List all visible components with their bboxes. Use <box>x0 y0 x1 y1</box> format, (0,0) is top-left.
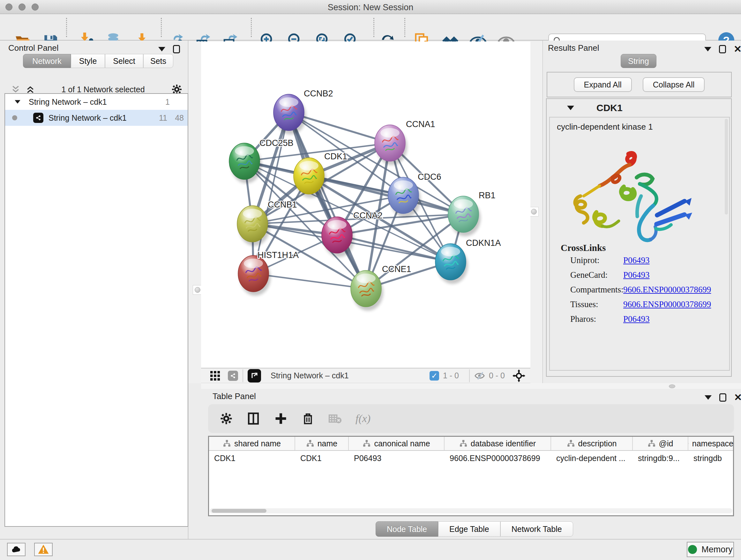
node-HIST1H1A[interactable]: HIST1H1A <box>238 250 299 296</box>
fit-content-crosshair-icon[interactable] <box>513 369 525 382</box>
network-canvas[interactable]: CCNB2CCNA1CDC25BCDK1CDC6RB1CCNB1CCNA2CDK… <box>201 42 530 368</box>
column-header-shared-name[interactable]: shared name <box>209 437 295 450</box>
section-expander-icon[interactable] <box>567 106 574 110</box>
network-view-toolbar: String Network – cdk1 ✓ 1 - 0 0 - 0 <box>201 368 530 383</box>
tab-sets[interactable]: Sets <box>143 54 173 68</box>
expand-all-button[interactable]: Expand All <box>574 77 632 92</box>
column-header-name[interactable]: name <box>295 437 349 450</box>
tree-expander-icon[interactable] <box>15 100 20 104</box>
panel-close-icon[interactable]: ✕ <box>734 45 741 53</box>
crosslinks-title: CrossLinks <box>561 243 606 253</box>
network-tree: String Network – cdk1 1 String Network –… <box>4 93 188 527</box>
node-RB1[interactable]: RB1 <box>448 191 495 236</box>
network-row-selected[interactable]: String Network – cdk1 11 48 <box>5 110 188 126</box>
collection-count: 1 <box>165 98 170 107</box>
table-cell[interactable]: CDK1 <box>295 451 349 465</box>
node-CCNB2[interactable]: CCNB2 <box>273 89 333 134</box>
crosslink-row: Compartments:9606.ENSP00000378699 <box>570 285 711 295</box>
tab-network-table[interactable]: Network Table <box>500 521 573 537</box>
delete-column-trash-icon[interactable] <box>301 412 315 425</box>
node-label-CCNA1: CCNA1 <box>406 119 435 129</box>
main-toolbar: ? <box>0 14 741 41</box>
table-cell[interactable]: P06493 <box>349 451 445 465</box>
open-in-window-button[interactable] <box>248 369 261 382</box>
horizontal-scrollbar[interactable] <box>210 508 732 513</box>
warning-status-button[interactable] <box>34 543 53 556</box>
panel-float-icon[interactable] <box>719 45 726 53</box>
network-graph[interactable]: CCNB2CCNA1CDC25BCDK1CDC6RB1CCNB1CCNA2CDK… <box>201 42 530 368</box>
crosslink-link[interactable]: P06493 <box>623 314 650 324</box>
tab-network[interactable]: Network <box>23 54 71 68</box>
results-panel-title: Results Panel <box>548 43 599 53</box>
right-panel-divider[interactable] <box>530 42 542 383</box>
column-header-canonical-name[interactable]: canonical name <box>349 437 445 450</box>
node-label-CDK1: CDK1 <box>324 152 347 161</box>
toolbar-separator <box>161 18 162 37</box>
edge-count: 48 <box>175 113 184 123</box>
column-header-description[interactable]: description <box>551 437 633 450</box>
node-CDKN1A[interactable]: CDKN1A <box>435 238 501 284</box>
selected-checkbox-icon[interactable]: ✓ <box>429 371 439 381</box>
table-cell[interactable]: 9606.ENSP00000378699 <box>445 451 551 465</box>
tab-node-table[interactable]: Node Table <box>376 521 438 537</box>
network-share-icon[interactable] <box>228 371 238 381</box>
tab-style[interactable]: Style <box>71 54 105 68</box>
table-cell[interactable]: cyclin-dependent ... <box>551 451 633 465</box>
toolbar-separator <box>374 18 374 37</box>
memory-button[interactable]: Memory <box>687 542 734 557</box>
tab-edge-table[interactable]: Edge Table <box>438 521 500 537</box>
divider-handle[interactable] <box>669 384 675 388</box>
panel-float-icon[interactable] <box>173 45 180 53</box>
node-table[interactable]: shared namenamecanonical namedatabase id… <box>208 436 734 516</box>
node-CDC6[interactable]: CDC6 <box>388 172 441 217</box>
crosslink-link[interactable]: P06493 <box>623 255 650 265</box>
node-label-CCNE1: CCNE1 <box>382 264 411 274</box>
panel-collapse-icon[interactable] <box>158 47 165 51</box>
expand-all-tree-icon[interactable] <box>25 84 35 94</box>
collapse-all-tree-icon[interactable] <box>11 84 20 94</box>
table-header-row: shared namenamecanonical namedatabase id… <box>209 437 733 451</box>
tab-string[interactable]: String <box>621 54 657 68</box>
memory-status-dot-icon <box>688 545 697 554</box>
edge-CCNB2-CCNE1[interactable] <box>289 112 366 289</box>
column-header-namespace[interactable]: namespace <box>688 437 734 450</box>
scrollbar-thumb[interactable] <box>212 509 266 513</box>
node-result-header[interactable]: CDK1 <box>547 99 731 117</box>
warning-icon <box>38 544 49 555</box>
show-columns-icon[interactable] <box>246 412 260 426</box>
results-scrollbar[interactable] <box>725 119 728 214</box>
add-column-plus-icon[interactable] <box>274 412 288 426</box>
panel-collapse-icon[interactable] <box>704 395 712 400</box>
tab-select[interactable]: Select <box>105 54 143 68</box>
table-cell[interactable]: stringdb <box>688 451 734 465</box>
collapse-all-button[interactable]: Collapse All <box>643 77 705 92</box>
network-label: String Network – cdk1 <box>49 113 127 123</box>
table-tabs: Node Table Edge Table Network Table <box>376 521 573 537</box>
node-label-CDKN1A: CDKN1A <box>466 238 501 248</box>
horizontal-divider[interactable] <box>201 383 741 389</box>
table-settings-gear-icon[interactable] <box>219 412 233 425</box>
separator <box>469 369 470 382</box>
panel-float-icon[interactable] <box>719 393 726 401</box>
table-cell[interactable]: CDK1 <box>209 451 295 465</box>
crosslink-label: Pharos: <box>570 314 623 324</box>
panel-close-icon[interactable]: ✕ <box>734 393 741 401</box>
network-collection-row[interactable]: String Network – cdk1 1 <box>5 94 188 110</box>
column-header--id[interactable]: @id <box>633 437 688 450</box>
node-CDC25B[interactable]: CDC25B <box>229 138 293 183</box>
left-panel-divider[interactable] <box>188 42 201 383</box>
table-row[interactable]: CDK1CDK1P064939606.ENSP00000378699cyclin… <box>209 451 733 465</box>
crosslink-link[interactable]: P06493 <box>623 270 650 280</box>
panel-collapse-icon[interactable] <box>704 47 711 51</box>
grid-view-icon[interactable] <box>209 370 221 381</box>
table-cell[interactable]: stringdb:9... <box>633 451 688 465</box>
crosslink-link[interactable]: 9606.ENSP00000378699 <box>623 300 711 309</box>
node-CDK1[interactable]: CDK1 <box>293 152 347 198</box>
crosslink-link[interactable]: 9606.ENSP00000378699 <box>623 285 711 294</box>
divider-handle[interactable] <box>529 207 539 216</box>
hidden-eye-slash-icon <box>474 370 485 381</box>
table-body: CDK1CDK1P064939606.ENSP00000378699cyclin… <box>209 451 733 465</box>
node-CCNE1[interactable]: CCNE1 <box>351 264 411 311</box>
column-header-database-identifier[interactable]: database identifier <box>445 437 551 450</box>
cloud-status-button[interactable] <box>7 543 25 556</box>
